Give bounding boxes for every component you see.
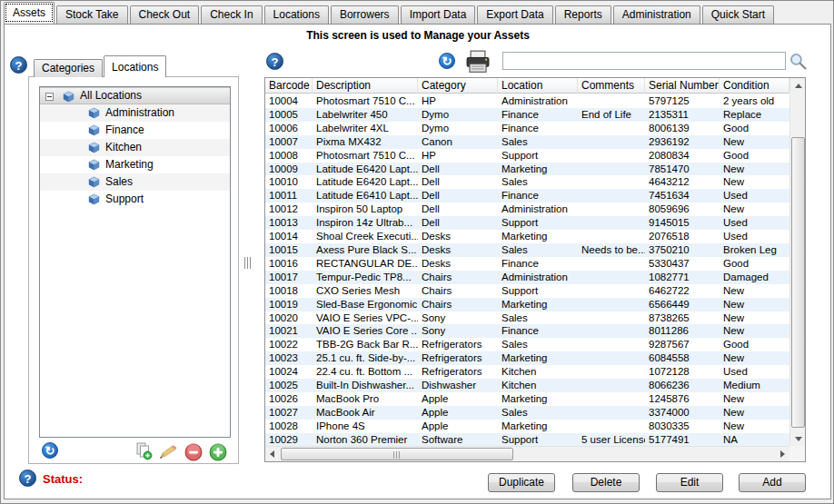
left-tab-categories[interactable]: Categories	[34, 59, 103, 77]
cell-barcode: 10016	[265, 257, 313, 271]
cell-category: Dell	[418, 216, 498, 230]
cell-comments	[578, 284, 645, 298]
table-row-10021[interactable]: 10021VAIO E Series Core ...SonyFinance80…	[265, 324, 789, 338]
delete-location-icon[interactable]	[184, 443, 203, 461]
table-row-10009[interactable]: 10009Latitude E6420 Lapt...DellMarketing…	[265, 163, 789, 176]
cell-barcode: 10028	[265, 420, 313, 433]
tab-locations[interactable]: Locations	[264, 5, 329, 24]
scroll-up-button[interactable]	[790, 78, 806, 93]
tree-refresh-icon[interactable]: ↻	[42, 442, 58, 459]
cell-comments: Needs to be...	[578, 243, 645, 257]
print-button[interactable]	[464, 50, 491, 74]
table-row-10010[interactable]: 10010Latitude E6420 Lapt...DellSales4643…	[265, 175, 789, 189]
cell-description: Labelwriter 450	[313, 108, 418, 122]
tab-reports[interactable]: Reports	[555, 5, 611, 24]
cell-condition: Replace	[720, 108, 789, 122]
table-row-10014[interactable]: 10014Shoal Creek Executi...DesksMarketin…	[265, 230, 789, 243]
column-header-serial-number[interactable]: Serial Number	[645, 78, 720, 94]
tree-item-marketing[interactable]: Marketing	[40, 156, 230, 173]
column-header-description[interactable]: Description	[313, 78, 418, 94]
tab-borrowers[interactable]: Borrowers	[331, 5, 399, 24]
table-row-10028[interactable]: 10028IPhone 4SAppleMarketing8030335New	[265, 420, 789, 433]
table-row-10017[interactable]: 10017Tempur-Pedic TP8...ChairsAdministra…	[265, 271, 789, 284]
vertical-scrollbar[interactable]	[789, 78, 805, 446]
table-row-10016[interactable]: 10016RECTANGULAR DE...DesksFinance533043…	[265, 257, 789, 271]
edit-location-icon[interactable]	[159, 443, 177, 461]
delete-button[interactable]: Delete	[572, 473, 640, 492]
tree-item-sales[interactable]: Sales	[40, 173, 230, 191]
table-row-10023[interactable]: 1002325.1 cu. ft. Side-by-...Refrigerato…	[265, 351, 789, 365]
column-header-comments[interactable]: Comments	[578, 78, 645, 94]
table-row-10019[interactable]: 10019Sled-Base ErgonomicChairsMarketing6…	[265, 298, 789, 311]
search-button[interactable]	[789, 52, 808, 71]
cell-condition: Used	[720, 216, 789, 230]
table-row-10012[interactable]: 10012Inspiron 50 LaptopDellAdministratio…	[265, 203, 789, 216]
tab-administration[interactable]: Administration	[613, 5, 700, 24]
column-header-barcode[interactable]: Barcode	[265, 78, 313, 94]
cell-category: Desks	[418, 230, 498, 243]
table-row-10015[interactable]: 10015Axess Pure Black S...DesksSalesNeed…	[265, 243, 789, 257]
grid-header: BarcodeDescriptionCategoryLocationCommen…	[265, 78, 789, 94]
edit-button[interactable]: Edit	[656, 473, 723, 492]
column-header-condition[interactable]: Condition	[720, 78, 789, 94]
cell-comments	[578, 216, 645, 230]
table-row-10011[interactable]: 10011Latitude E6410 Lapt...DellFinance74…	[265, 189, 789, 203]
tab-check-in[interactable]: Check In	[201, 5, 262, 24]
column-header-category[interactable]: Category	[418, 78, 498, 94]
tab-export-data[interactable]: Export Data	[477, 5, 552, 24]
tab-assets[interactable]: Assets	[4, 2, 55, 24]
cell-location: Support	[498, 149, 578, 163]
search-input[interactable]	[502, 52, 786, 70]
cell-location: Kitchen	[498, 379, 578, 392]
cell-category: HP	[418, 149, 498, 163]
table-row-10007[interactable]: 10007Pixma MX432CanonSales2936192New	[265, 135, 789, 149]
table-row-10022[interactable]: 10022TBB-2G Back Bar R...RefrigeratorsSa…	[265, 338, 789, 351]
cell-category: Refrigerators	[418, 365, 498, 379]
horizontal-scroll-thumb[interactable]	[281, 448, 513, 460]
cell-serial-number: 4643212	[645, 175, 720, 189]
tree-item-all-locations[interactable]: All Locations	[40, 87, 230, 104]
tab-stock-take[interactable]: Stock Take	[56, 5, 127, 24]
table-row-10024[interactable]: 1002422.4 cu. ft. Bottom ...Refrigerator…	[265, 365, 789, 379]
panel-splitter[interactable]	[244, 257, 252, 269]
grid-refresh-icon[interactable]: ↻	[439, 53, 455, 69]
table-row-10029[interactable]: 10029Norton 360 PremierSoftwareSupport5 …	[265, 433, 789, 447]
table-row-10005[interactable]: 10005Labelwriter 450DymoFinanceEnd of Li…	[265, 108, 789, 122]
scroll-left-button[interactable]	[265, 447, 280, 462]
tree-item-support[interactable]: Support	[40, 191, 230, 208]
add-location-icon[interactable]	[209, 443, 227, 461]
table-row-10018[interactable]: 10018CXO Series MeshChairsSupport6462722…	[265, 284, 789, 298]
app-window: AssetsStock TakeCheck OutCheck InLocatio…	[0, 0, 834, 504]
vertical-scroll-thumb[interactable]	[791, 137, 805, 428]
cell-serial-number: 3750210	[645, 243, 720, 257]
horizontal-scrollbar[interactable]	[265, 446, 789, 461]
scroll-down-button[interactable]	[790, 431, 806, 446]
scroll-right-button[interactable]	[775, 447, 789, 462]
table-row-10020[interactable]: 10020VAIO E Series VPC-...SonySales87382…	[265, 311, 789, 325]
table-row-10013[interactable]: 10013Inspiron 14z Ultrab...DellSupport91…	[265, 216, 789, 230]
table-row-10027[interactable]: 10027MacBook AirAppleSales3374000New	[265, 406, 789, 420]
table-row-10004[interactable]: 10004Photosmart 7510 C...HPAdministratio…	[265, 94, 789, 108]
tab-import-data[interactable]: Import Data	[401, 5, 476, 24]
tree-expander-icon[interactable]	[45, 93, 54, 101]
column-header-location[interactable]: Location	[498, 78, 578, 94]
duplicate-button[interactable]: Duplicate	[488, 473, 555, 492]
help-icon-left[interactable]: ?	[10, 56, 27, 74]
cell-comments	[578, 324, 645, 338]
duplicate-location-icon[interactable]	[134, 442, 153, 460]
tab-quick-start[interactable]: Quick Start	[702, 5, 774, 24]
table-row-10008[interactable]: 10008Photosmart 7510 C...HPSupport208083…	[265, 149, 789, 163]
tab-check-out[interactable]: Check Out	[130, 5, 200, 24]
tree-item-finance[interactable]: Finance	[40, 122, 230, 139]
tree-item-kitchen[interactable]: Kitchen	[40, 139, 230, 156]
table-row-10026[interactable]: 10026MacBook ProAppleMarketing1245876New	[265, 392, 789, 406]
cell-category: Refrigerators	[418, 338, 498, 351]
table-row-10025[interactable]: 10025Built-In Dishwasher...DishwasherKit…	[265, 379, 789, 392]
help-icon-grid[interactable]: ?	[266, 53, 283, 70]
cell-serial-number: 1082771	[645, 271, 720, 284]
cell-location: Sales	[498, 406, 578, 420]
tree-item-administration[interactable]: Administration	[40, 104, 230, 122]
table-row-10006[interactable]: 10006Labelwriter 4XLDymoFinance8006139Go…	[265, 122, 789, 135]
left-tab-locations[interactable]: Locations	[104, 55, 166, 77]
add-button[interactable]: Add	[739, 473, 806, 492]
